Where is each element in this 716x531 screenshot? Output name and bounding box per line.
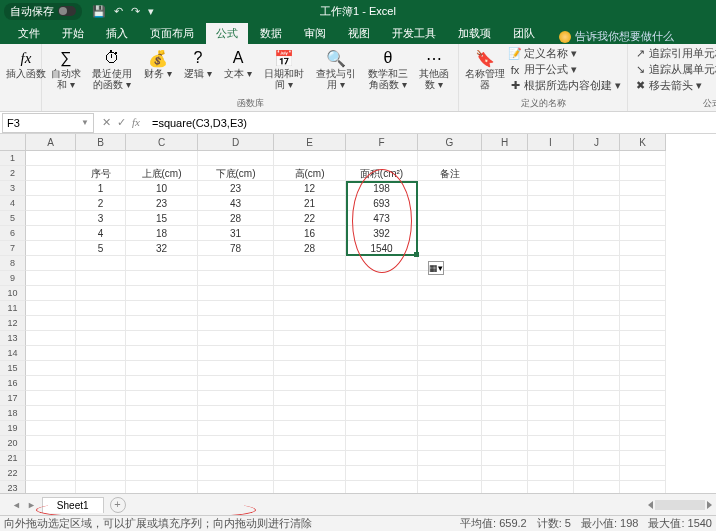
cancel-icon[interactable]: ✕ xyxy=(102,116,111,129)
cell-I8[interactable] xyxy=(528,256,574,271)
cell-A22[interactable] xyxy=(26,466,76,481)
col-header-D[interactable]: D xyxy=(198,134,274,151)
cell-A1[interactable] xyxy=(26,151,76,166)
cell-A13[interactable] xyxy=(26,331,76,346)
cell-E18[interactable] xyxy=(274,406,346,421)
sheet-nav-prev-icon[interactable]: ◄ xyxy=(12,500,21,510)
tab-插入[interactable]: 插入 xyxy=(96,23,138,44)
cell-E2[interactable]: 高(cm) xyxy=(274,166,346,181)
cell-H6[interactable] xyxy=(482,226,528,241)
col-header-I[interactable]: I xyxy=(528,134,574,151)
cell-H9[interactable] xyxy=(482,271,528,286)
row-header-18[interactable]: 18 xyxy=(0,406,26,421)
cell-H22[interactable] xyxy=(482,466,528,481)
row-header-11[interactable]: 11 xyxy=(0,301,26,316)
cell-D19[interactable] xyxy=(198,421,274,436)
fx-icon[interactable]: fx xyxy=(132,116,140,129)
row-header-12[interactable]: 12 xyxy=(0,316,26,331)
row-header-19[interactable]: 19 xyxy=(0,421,26,436)
cell-G15[interactable] xyxy=(418,361,482,376)
cell-C3[interactable]: 10 xyxy=(126,181,198,196)
tracestack-1[interactable]: ↘追踪从属单元格 ▾ xyxy=(634,62,716,77)
cell-J18[interactable] xyxy=(574,406,620,421)
cell-I17[interactable] xyxy=(528,391,574,406)
cell-J7[interactable] xyxy=(574,241,620,256)
cell-K22[interactable] xyxy=(620,466,666,481)
cell-B16[interactable] xyxy=(76,376,126,391)
lib-2[interactable]: 💰财务 ▾ xyxy=(140,46,176,79)
cell-F20[interactable] xyxy=(346,436,418,451)
cell-D6[interactable]: 31 xyxy=(198,226,274,241)
cell-D21[interactable] xyxy=(198,451,274,466)
cell-K8[interactable] xyxy=(620,256,666,271)
cell-A7[interactable] xyxy=(26,241,76,256)
cell-B10[interactable] xyxy=(76,286,126,301)
tab-公式[interactable]: 公式 xyxy=(206,23,248,44)
cell-K1[interactable] xyxy=(620,151,666,166)
cell-I5[interactable] xyxy=(528,211,574,226)
cell-J20[interactable] xyxy=(574,436,620,451)
row-header-21[interactable]: 21 xyxy=(0,451,26,466)
cell-F11[interactable] xyxy=(346,301,418,316)
cell-C21[interactable] xyxy=(126,451,198,466)
cell-J10[interactable] xyxy=(574,286,620,301)
cell-B21[interactable] xyxy=(76,451,126,466)
col-header-J[interactable]: J xyxy=(574,134,620,151)
cell-F5[interactable]: 473 xyxy=(346,211,418,226)
lib-6[interactable]: 🔍查找与引用 ▾ xyxy=(312,46,360,90)
cell-A19[interactable] xyxy=(26,421,76,436)
cell-I2[interactable] xyxy=(528,166,574,181)
cell-D22[interactable] xyxy=(198,466,274,481)
cell-F4[interactable]: 693 xyxy=(346,196,418,211)
tab-视图[interactable]: 视图 xyxy=(338,23,380,44)
cell-F21[interactable] xyxy=(346,451,418,466)
select-all-corner[interactable] xyxy=(0,134,26,151)
col-header-H[interactable]: H xyxy=(482,134,528,151)
enter-icon[interactable]: ✓ xyxy=(117,116,126,129)
cell-E5[interactable]: 22 xyxy=(274,211,346,226)
cell-K10[interactable] xyxy=(620,286,666,301)
cell-C4[interactable]: 23 xyxy=(126,196,198,211)
row-header-6[interactable]: 6 xyxy=(0,226,26,241)
save-icon[interactable]: 💾 xyxy=(92,5,106,18)
tab-加载项[interactable]: 加载项 xyxy=(448,23,501,44)
namestack-1[interactable]: fx用于公式 ▾ xyxy=(509,62,621,77)
undo-icon[interactable]: ↶ xyxy=(114,5,123,18)
col-header-F[interactable]: F xyxy=(346,134,418,151)
cell-K19[interactable] xyxy=(620,421,666,436)
cell-C12[interactable] xyxy=(126,316,198,331)
cell-D5[interactable]: 28 xyxy=(198,211,274,226)
cell-C1[interactable] xyxy=(126,151,198,166)
cell-G20[interactable] xyxy=(418,436,482,451)
cell-F2[interactable]: 面积(cm²) xyxy=(346,166,418,181)
cell-K17[interactable] xyxy=(620,391,666,406)
sheet-tab[interactable]: Sheet1 xyxy=(42,497,104,513)
cell-J4[interactable] xyxy=(574,196,620,211)
cell-B1[interactable] xyxy=(76,151,126,166)
cell-I18[interactable] xyxy=(528,406,574,421)
cell-J12[interactable] xyxy=(574,316,620,331)
cell-H8[interactable] xyxy=(482,256,528,271)
cell-I20[interactable] xyxy=(528,436,574,451)
row-header-10[interactable]: 10 xyxy=(0,286,26,301)
cell-A8[interactable] xyxy=(26,256,76,271)
cell-C7[interactable]: 32 xyxy=(126,241,198,256)
cell-B20[interactable] xyxy=(76,436,126,451)
cell-D11[interactable] xyxy=(198,301,274,316)
cell-K11[interactable] xyxy=(620,301,666,316)
cell-J15[interactable] xyxy=(574,361,620,376)
cell-E4[interactable]: 21 xyxy=(274,196,346,211)
cell-H20[interactable] xyxy=(482,436,528,451)
cell-I9[interactable] xyxy=(528,271,574,286)
cell-D9[interactable] xyxy=(198,271,274,286)
redo-icon[interactable]: ↷ xyxy=(131,5,140,18)
cell-C6[interactable]: 18 xyxy=(126,226,198,241)
cell-E14[interactable] xyxy=(274,346,346,361)
cell-B4[interactable]: 2 xyxy=(76,196,126,211)
sheet-nav-next-icon[interactable]: ► xyxy=(27,500,36,510)
cell-D18[interactable] xyxy=(198,406,274,421)
cell-G13[interactable] xyxy=(418,331,482,346)
lib-8[interactable]: ⋯其他函数 ▾ xyxy=(416,46,452,90)
row-header-17[interactable]: 17 xyxy=(0,391,26,406)
cell-F7[interactable]: 1540 xyxy=(346,241,418,256)
